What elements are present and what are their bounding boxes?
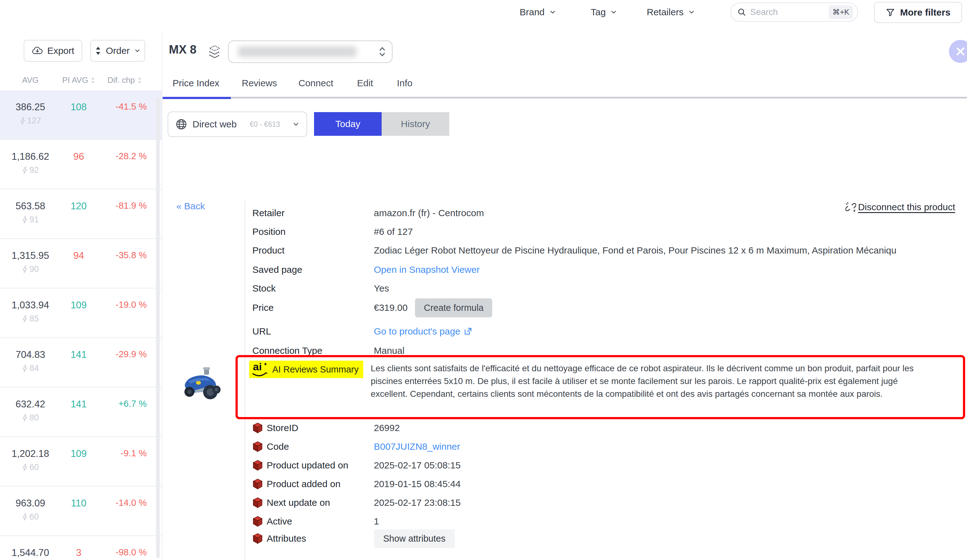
- source-filter-range: €0 - €613: [250, 120, 280, 128]
- detail-row-storeid: StoreID 26992: [252, 422, 400, 434]
- lightning-icon: [22, 463, 28, 471]
- products-sidebar: Export Order AVG PI AVG Dif. chp 386.25 …: [0, 31, 162, 560]
- today-toggle-button[interactable]: Today: [314, 112, 382, 136]
- column-header-dif-chp[interactable]: Dif. chp: [97, 76, 153, 85]
- table-row[interactable]: 963.09 60 110 -14.0 %: [0, 486, 162, 536]
- table-row[interactable]: 1,033.94 85 109 -19.0 %: [0, 288, 162, 338]
- product-page-link[interactable]: Go to product's page: [374, 326, 472, 337]
- disconnect-label: Disconnect this product: [858, 202, 955, 212]
- more-filters-button[interactable]: More filters: [874, 2, 962, 23]
- product-code-link[interactable]: B007JUIZN8_winner: [374, 441, 460, 452]
- lightning-icon: [22, 216, 28, 224]
- detail-label: Retailer: [252, 208, 374, 218]
- layers-icon[interactable]: [208, 45, 222, 61]
- close-button[interactable]: [949, 40, 967, 63]
- price-value: €319.00: [374, 302, 408, 313]
- detail-row-stock: Stock Yes: [252, 282, 389, 295]
- active-tab-indicator: [163, 97, 231, 99]
- detail-value: Manual: [374, 346, 404, 356]
- details-divider: [244, 201, 245, 560]
- tag-dropdown[interactable]: Tag: [591, 7, 617, 17]
- lightning-icon: [20, 117, 26, 125]
- detail-label: URL: [252, 326, 374, 337]
- disconnect-product-link[interactable]: Disconnect this product: [845, 202, 955, 212]
- avg-value: 1,202.18: [0, 448, 61, 460]
- detail-value: #6 of 127: [374, 226, 413, 237]
- dif-value: -98.0 %: [97, 547, 151, 558]
- export-button[interactable]: Export: [24, 40, 82, 62]
- search-input[interactable]: [750, 7, 825, 17]
- table-header-row: AVG PI AVG Dif. chp: [0, 76, 153, 85]
- detail-row-attributes: Attributes Show attributes: [252, 529, 455, 548]
- tab-edit[interactable]: Edit: [357, 78, 373, 89]
- detail-row-retailer: Retailer amazon.fr (fr) - Centrocom: [252, 207, 484, 219]
- export-label: Export: [47, 46, 74, 56]
- pi-avg-value: 94: [61, 250, 97, 261]
- chevron-down-icon: [292, 120, 300, 128]
- pi-avg-value: 3: [61, 547, 97, 558]
- dif-value: -29.9 %: [97, 349, 151, 359]
- detail-row-active: Active 1: [252, 515, 379, 528]
- red-cube-icon: [252, 422, 264, 433]
- table-row[interactable]: 1,186.62 92 96 -28.2 %: [0, 140, 162, 189]
- order-button[interactable]: Order: [90, 40, 145, 62]
- table-row[interactable]: 563.58 91 120 -81.9 %: [0, 189, 162, 239]
- snapshot-viewer-link[interactable]: Open in Snapshot Viewer: [374, 264, 480, 275]
- table-row[interactable]: 1,315.95 90 94 -35.8 %: [0, 239, 162, 288]
- pi-avg-value: 109: [61, 448, 97, 460]
- page-title: MX 8: [169, 43, 196, 56]
- flash-count: 80: [0, 413, 61, 423]
- chevron-down-icon: [549, 8, 556, 16]
- tab-reviews[interactable]: Reviews: [242, 78, 277, 89]
- detail-label: Next update on: [267, 497, 374, 508]
- column-header-pi-avg[interactable]: PI AVG: [61, 76, 97, 85]
- sidebar-scrollbar[interactable]: [156, 98, 160, 558]
- red-cube-icon: [252, 441, 264, 452]
- ai-logo-icon: ai: [252, 362, 269, 377]
- pi-avg-value: 120: [61, 201, 97, 212]
- table-row[interactable]: 1,202.18 60 109 -9.1 %: [0, 437, 162, 486]
- flash-count: 127: [0, 116, 61, 125]
- lightning-icon: [22, 414, 28, 422]
- table-row[interactable]: 386.25 127 108 -41.5 %: [0, 90, 162, 140]
- product-image: [179, 363, 221, 405]
- tab-connect[interactable]: Connect: [299, 78, 333, 89]
- ai-reviews-summary-label: ai AI Reviews Summary: [249, 361, 363, 378]
- detail-label: Stock: [252, 283, 374, 294]
- detail-label: StoreID: [267, 423, 374, 433]
- avg-value: 1,186.62: [0, 151, 61, 162]
- pi-avg-value: 108: [61, 102, 97, 113]
- detail-row-saved-page: Saved page Open in Snapshot Viewer: [252, 264, 480, 276]
- detail-row-url: URL Go to product's page: [252, 325, 472, 338]
- tab-info[interactable]: Info: [397, 78, 413, 89]
- search-box[interactable]: ⌘+K: [730, 2, 858, 22]
- table-row[interactable]: 632.42 80 141 +6.7 %: [0, 387, 162, 437]
- source-filter-dropdown[interactable]: Direct web €0 - €613: [168, 112, 307, 137]
- table-row[interactable]: 1,544.70 3 -98.0 %: [0, 536, 162, 560]
- redacted-select-value: [238, 46, 356, 57]
- detail-value: 1: [374, 516, 379, 527]
- lightning-icon: [22, 364, 28, 372]
- brand-dropdown[interactable]: Brand: [520, 7, 556, 17]
- pi-avg-value: 141: [61, 349, 97, 360]
- detail-label: Product updated on: [267, 460, 374, 471]
- cloud-download-icon: [32, 46, 43, 56]
- table-row[interactable]: 704.83 84 141 -29.9 %: [0, 338, 162, 387]
- back-link[interactable]: « Back: [177, 201, 205, 211]
- lightning-icon: [22, 513, 28, 521]
- tab-price-index[interactable]: Price Index: [173, 78, 219, 89]
- detail-label: Product added on: [267, 479, 374, 489]
- history-toggle-button[interactable]: History: [382, 112, 449, 136]
- products-table: 386.25 127 108 -41.5 % 1,186.62 92 96 -2…: [0, 90, 162, 560]
- product-select[interactable]: [228, 41, 393, 63]
- red-cube-icon: [252, 497, 264, 508]
- retailers-dropdown[interactable]: Retailers: [647, 7, 695, 17]
- flash-count: 92: [0, 165, 61, 175]
- create-formula-button[interactable]: Create formula: [415, 298, 492, 317]
- unlink-icon: [845, 202, 856, 212]
- search-icon: [737, 7, 746, 17]
- close-icon: [955, 46, 966, 57]
- show-attributes-button[interactable]: Show attributes: [374, 529, 455, 548]
- red-cube-icon: [252, 533, 264, 544]
- dif-value: +6.7 %: [97, 399, 151, 409]
